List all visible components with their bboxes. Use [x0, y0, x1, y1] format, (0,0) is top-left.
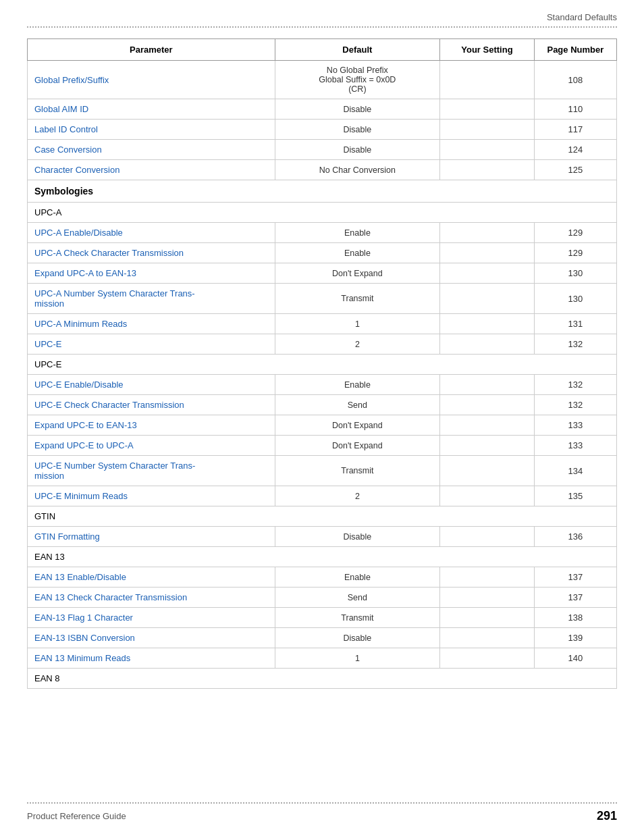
table-row: UPC-E2132	[28, 334, 617, 355]
cell-default: Don't Expand	[275, 436, 439, 456]
subsection-label: EAN 8	[28, 669, 617, 689]
param-link[interactable]: Character Conversion	[34, 165, 119, 175]
cell-param[interactable]: UPC-A Enable/Disable	[28, 223, 275, 243]
param-link[interactable]: Global AIM ID	[34, 104, 88, 114]
subsection-label: GTIN	[28, 506, 617, 527]
table-row: EAN 13 Check Character TransmissionSend1…	[28, 588, 617, 608]
param-link[interactable]: UPC-E Enable/Disable	[34, 380, 124, 390]
cell-default: Transmit	[275, 284, 439, 314]
cell-param[interactable]: Global AIM ID	[28, 99, 275, 120]
cell-param[interactable]: Case Conversion	[28, 140, 275, 160]
cell-default: 2	[275, 334, 439, 355]
cell-setting	[440, 314, 535, 334]
param-link[interactable]: UPC-E Minimum Reads	[34, 491, 128, 501]
cell-param[interactable]: EAN 13 Minimum Reads	[28, 648, 275, 669]
cell-param[interactable]: UPC-E Minimum Reads	[28, 486, 275, 506]
header-title: Standard Defaults	[547, 12, 617, 22]
cell-default: Transmit	[275, 456, 439, 486]
cell-param[interactable]: EAN 13 Check Character Transmission	[28, 588, 275, 608]
param-link[interactable]: UPC-A Enable/Disable	[34, 228, 123, 238]
cell-param[interactable]: UPC-A Minimum Reads	[28, 314, 275, 334]
cell-param[interactable]: Character Conversion	[28, 160, 275, 180]
cell-page: 132	[534, 334, 616, 355]
table-row: Expand UPC-E to EAN-13Don't Expand133	[28, 415, 617, 436]
cell-param[interactable]: UPC-A Number System Character Trans-miss…	[28, 284, 275, 314]
cell-param[interactable]: Expand UPC-A to EAN-13	[28, 263, 275, 284]
cell-param[interactable]: UPC-E Number System Character Trans-miss…	[28, 456, 275, 486]
cell-setting	[440, 486, 535, 506]
cell-setting	[440, 120, 535, 140]
cell-page: 117	[534, 120, 616, 140]
cell-param[interactable]: UPC-E	[28, 334, 275, 355]
cell-page: 108	[534, 61, 616, 99]
cell-setting	[440, 334, 535, 355]
param-link[interactable]: Expand UPC-E to EAN-13	[34, 420, 137, 430]
cell-param[interactable]: UPC-A Check Character Transmission	[28, 243, 275, 263]
cell-setting	[440, 527, 535, 547]
cell-param[interactable]: Label ID Control	[28, 120, 275, 140]
cell-default: Send	[275, 588, 439, 608]
param-link[interactable]: UPC-A Minimum Reads	[34, 319, 127, 329]
param-link[interactable]: Case Conversion	[34, 145, 102, 155]
table-row: Character ConversionNo Char Conversion12…	[28, 160, 617, 180]
cell-default: Enable	[275, 567, 439, 588]
param-link[interactable]: UPC-A Check Character Transmission	[34, 248, 184, 258]
cell-page: 132	[534, 375, 616, 395]
cell-setting	[440, 456, 535, 486]
param-link[interactable]: Global Prefix/Suffix	[34, 75, 109, 85]
cell-param[interactable]: Global Prefix/Suffix	[28, 61, 275, 99]
cell-setting	[440, 375, 535, 395]
page-container: Standard Defaults Parameter Default Your…	[0, 0, 644, 834]
table-row: EAN-13 ISBN ConversionDisable139	[28, 628, 617, 648]
cell-default: Send	[275, 395, 439, 415]
table-row: UPC-A Number System Character Trans-miss…	[28, 284, 617, 314]
param-link[interactable]: UPC-E Check Character Transmission	[34, 400, 184, 410]
param-link[interactable]: GTIN Formatting	[34, 531, 100, 542]
param-link[interactable]: Expand UPC-E to UPC-A	[34, 440, 134, 450]
cell-setting	[440, 61, 535, 99]
cell-param[interactable]: Expand UPC-E to UPC-A	[28, 436, 275, 456]
cell-default: Don't Expand	[275, 415, 439, 436]
cell-param[interactable]: UPC-E Check Character Transmission	[28, 395, 275, 415]
cell-param[interactable]: UPC-E Enable/Disable	[28, 375, 275, 395]
param-link[interactable]: Expand UPC-A to EAN-13	[34, 268, 136, 278]
param-link[interactable]: EAN-13 ISBN Conversion	[34, 633, 135, 643]
cell-default: Enable	[275, 375, 439, 395]
table-row: UPC-E Minimum Reads2135	[28, 486, 617, 506]
col-header-default: Default	[275, 39, 439, 61]
param-link[interactable]: UPC-E	[34, 339, 61, 349]
cell-param[interactable]: GTIN Formatting	[28, 527, 275, 547]
param-link[interactable]: UPC-A Number System Character Trans-miss…	[34, 288, 195, 309]
table-row: Expand UPC-E to UPC-ADon't Expand133	[28, 436, 617, 456]
cell-setting	[440, 567, 535, 588]
cell-default: 1	[275, 314, 439, 334]
cell-default: 1	[275, 648, 439, 669]
param-link[interactable]: UPC-E Number System Character Trans-miss…	[34, 461, 195, 481]
cell-page: 137	[534, 567, 616, 588]
top-divider	[27, 26, 617, 28]
cell-setting	[440, 395, 535, 415]
cell-setting	[440, 160, 535, 180]
table-row: EAN 13 Minimum Reads1140	[28, 648, 617, 669]
param-link[interactable]: Label ID Control	[34, 124, 98, 134]
subsection-label: UPC-E	[28, 355, 617, 375]
table-row: UPC-E	[28, 355, 617, 375]
cell-param[interactable]: EAN-13 Flag 1 Character	[28, 608, 275, 628]
cell-page: 131	[534, 314, 616, 334]
cell-setting	[440, 608, 535, 628]
cell-param[interactable]: EAN 13 Enable/Disable	[28, 567, 275, 588]
param-link[interactable]: EAN 13 Check Character Transmission	[34, 592, 187, 602]
cell-page: 110	[534, 99, 616, 120]
subsection-label: EAN 13	[28, 547, 617, 567]
param-link[interactable]: EAN 13 Minimum Reads	[34, 653, 130, 663]
cell-default: Disable	[275, 140, 439, 160]
cell-param[interactable]: Expand UPC-E to EAN-13	[28, 415, 275, 436]
cell-page: 130	[534, 263, 616, 284]
cell-param[interactable]: EAN-13 ISBN Conversion	[28, 628, 275, 648]
param-link[interactable]: EAN 13 Enable/Disable	[34, 572, 126, 582]
table-row: EAN 8	[28, 669, 617, 689]
table-row: UPC-A Minimum Reads1131	[28, 314, 617, 334]
param-link[interactable]: EAN-13 Flag 1 Character	[34, 613, 133, 623]
table-row: Expand UPC-A to EAN-13Don't Expand130	[28, 263, 617, 284]
cell-page: 133	[534, 415, 616, 436]
